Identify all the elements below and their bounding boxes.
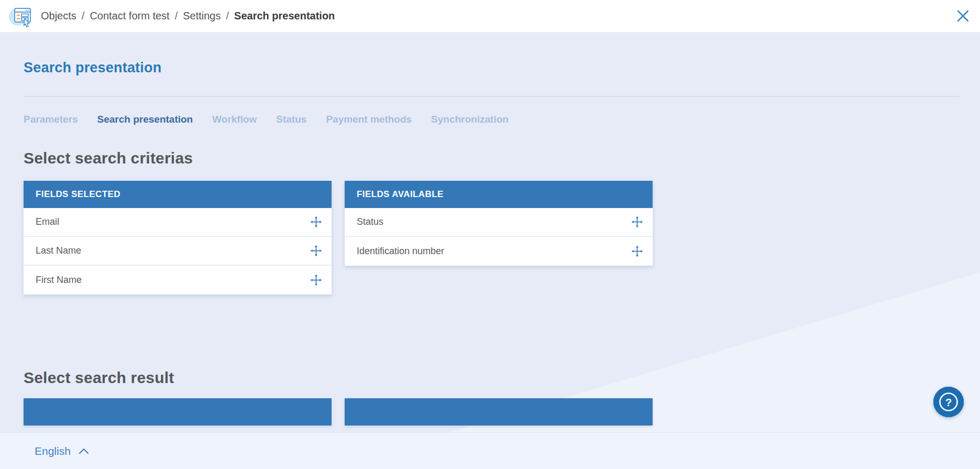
breadcrumb: Objects / Contact form test / Settings /… <box>41 10 335 22</box>
table-row[interactable]: Status <box>345 208 653 237</box>
result-table-header-partial <box>24 398 332 426</box>
table-row[interactable]: Email <box>24 208 332 237</box>
language-selector[interactable]: English <box>35 445 89 457</box>
footer-bar: English <box>0 432 980 469</box>
top-bar: Objects / Contact form test / Settings /… <box>0 0 980 32</box>
result-tables-partial <box>24 398 960 426</box>
move-icon[interactable] <box>310 274 322 287</box>
table-row[interactable]: Identification number <box>345 237 653 266</box>
tab-synchronization[interactable]: Synchronization <box>431 114 509 125</box>
fields-selected-table: FIELDS SELECTED Email <box>24 181 332 295</box>
section-heading-search-result: Select search result <box>24 369 960 387</box>
field-label: Email <box>36 216 59 227</box>
fields-selected-header: FIELDS SELECTED <box>24 181 332 208</box>
field-label: Identification number <box>357 246 444 257</box>
move-icon[interactable] <box>310 245 322 257</box>
breadcrumb-separator: / <box>82 10 85 22</box>
breadcrumb-item-search-presentation: Search presentation <box>234 10 335 22</box>
app-window-cursor-icon[interactable] <box>7 3 34 29</box>
question-mark-icon: ? <box>945 396 952 408</box>
main-panel: Search presentation Parameters Search pr… <box>0 32 980 432</box>
tab-workflow[interactable]: Workflow <box>212 114 257 125</box>
language-label: English <box>35 445 71 457</box>
fields-available-header: FIELDS AVAILABLE <box>345 181 653 208</box>
result-table-header-partial <box>345 398 653 426</box>
page-title: Search presentation <box>24 60 960 76</box>
search-presentation-dialog: Objects / Contact form test / Settings /… <box>0 0 980 469</box>
breadcrumb-separator: / <box>226 10 229 22</box>
close-icon[interactable] <box>955 8 971 24</box>
tab-payment-methods[interactable]: Payment methods <box>326 114 412 125</box>
move-icon[interactable] <box>310 216 322 228</box>
content: Search presentation Parameters Search pr… <box>0 60 980 426</box>
section-heading-search-criterias: Select search criterias <box>24 149 960 167</box>
breadcrumb-item-objects[interactable]: Objects <box>41 10 76 22</box>
tab-status[interactable]: Status <box>276 114 306 125</box>
chevron-up-icon <box>79 448 89 454</box>
help-button[interactable]: ? <box>933 387 964 417</box>
breadcrumb-item-contact-form-test[interactable]: Contact form test <box>90 10 169 22</box>
settings-tabs: Parameters Search presentation Workflow … <box>24 114 960 125</box>
title-divider <box>24 96 960 97</box>
criteria-tables: FIELDS SELECTED Email <box>24 181 960 295</box>
field-label: Status <box>357 216 383 227</box>
move-icon[interactable] <box>631 216 643 228</box>
field-label: Last Name <box>36 245 81 256</box>
breadcrumb-separator: / <box>175 10 178 22</box>
tab-search-presentation[interactable]: Search presentation <box>97 114 193 125</box>
fields-available-table: FIELDS AVAILABLE Status <box>345 181 653 266</box>
tab-parameters[interactable]: Parameters <box>24 114 78 125</box>
table-row[interactable]: First Name <box>24 266 332 295</box>
breadcrumb-item-settings[interactable]: Settings <box>183 10 221 22</box>
move-icon[interactable] <box>631 245 643 258</box>
table-row[interactable]: Last Name <box>24 237 332 266</box>
field-label: First Name <box>36 275 82 286</box>
